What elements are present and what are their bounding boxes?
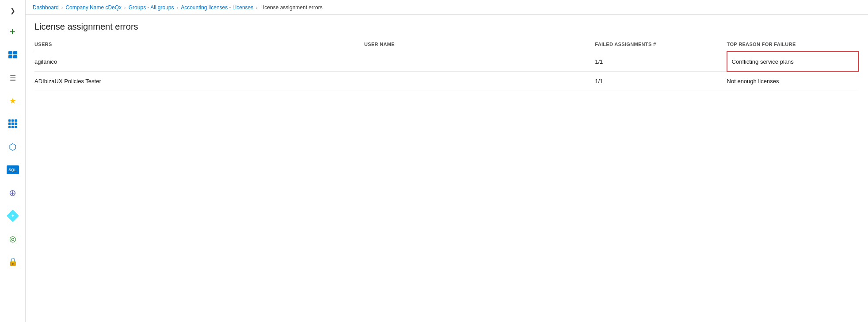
chevron-right-icon: ❯: [10, 7, 15, 14]
table-body: agilanico1/1Conflicting service plansADI…: [34, 52, 859, 91]
table-container: USERS USER NAME FAILED ASSIGNMENTS # TOP…: [26, 37, 868, 322]
breadcrumb-sep-3: ›: [177, 5, 179, 10]
cell-users: agilanico: [34, 52, 364, 71]
grid-icon: [8, 119, 17, 128]
sidebar-item-cube[interactable]: ⬡: [2, 136, 23, 157]
page-header: License assignment errors: [26, 15, 868, 37]
sidebar-item-diamond[interactable]: ✦: [2, 205, 23, 226]
sidebar-expand-button[interactable]: ❯: [2, 4, 23, 18]
breadcrumb-groups[interactable]: Groups - All groups: [129, 4, 174, 11]
breadcrumb-sep-2: ›: [124, 5, 126, 10]
col-header-users: USERS: [34, 37, 364, 52]
col-header-reason: TOP REASON FOR FAILURE: [727, 37, 859, 52]
col-header-username: USER NAME: [364, 37, 595, 52]
table-header-row: USERS USER NAME FAILED ASSIGNMENTS # TOP…: [34, 37, 859, 52]
dashboard-icon: [8, 51, 17, 58]
breadcrumb: Dashboard › Company Name cDeQx › Groups …: [26, 0, 868, 15]
cell-failed: 1/1: [595, 52, 727, 71]
sidebar-item-favorites[interactable]: ★: [2, 90, 23, 111]
breadcrumb-company[interactable]: Company Name cDeQx: [65, 4, 122, 11]
errors-table: USERS USER NAME FAILED ASSIGNMENTS # TOP…: [34, 37, 859, 91]
cube-icon: ⬡: [9, 142, 16, 152]
cell-users: ADIbizaUX Policies Tester: [34, 71, 364, 91]
monitoring-icon: ◎: [9, 234, 16, 244]
list-icon: ☰: [10, 74, 16, 82]
table-row[interactable]: agilanico1/1Conflicting service plans: [34, 52, 859, 71]
sidebar-item-apps[interactable]: [2, 113, 23, 134]
sidebar: ❯ + ☰ ★ ⬡ SQL ⊕ ✦ ◎ 🔒: [0, 0, 26, 322]
breadcrumb-sep-4: ›: [256, 5, 258, 10]
table-row[interactable]: ADIbizaUX Policies Tester1/1Not enough l…: [34, 71, 859, 91]
sidebar-item-dashboard[interactable]: [2, 44, 23, 65]
sidebar-item-sql[interactable]: SQL: [2, 159, 23, 180]
col-header-failed: FAILED ASSIGNMENTS #: [595, 37, 727, 52]
sidebar-item-list[interactable]: ☰: [2, 67, 23, 88]
sidebar-item-orbit[interactable]: ⊕: [2, 182, 23, 203]
orbit-icon: ⊕: [9, 188, 16, 198]
star-icon: ★: [9, 96, 16, 106]
diamond-icon: ✦: [6, 210, 19, 222]
main-content: Dashboard › Company Name cDeQx › Groups …: [26, 0, 868, 322]
breadcrumb-accounting[interactable]: Accounting licenses - Licenses: [181, 4, 253, 11]
cell-failed: 1/1: [595, 71, 727, 91]
breadcrumb-current: License assignment errors: [260, 4, 323, 11]
page-title: License assignment errors: [34, 22, 859, 32]
sidebar-item-user-security[interactable]: 🔒: [2, 251, 23, 272]
breadcrumb-sep-1: ›: [61, 5, 63, 10]
plus-icon: +: [10, 27, 15, 37]
breadcrumb-dashboard[interactable]: Dashboard: [33, 4, 59, 11]
sidebar-item-monitoring[interactable]: ◎: [2, 228, 23, 249]
cell-reason: Not enough licenses: [727, 71, 859, 91]
cell-username: [364, 71, 595, 91]
sql-icon: SQL: [7, 165, 19, 174]
sidebar-item-add[interactable]: +: [2, 21, 23, 42]
user-shield-icon: 🔒: [8, 257, 18, 267]
cell-username: [364, 52, 595, 71]
cell-reason: Conflicting service plans: [727, 52, 859, 71]
